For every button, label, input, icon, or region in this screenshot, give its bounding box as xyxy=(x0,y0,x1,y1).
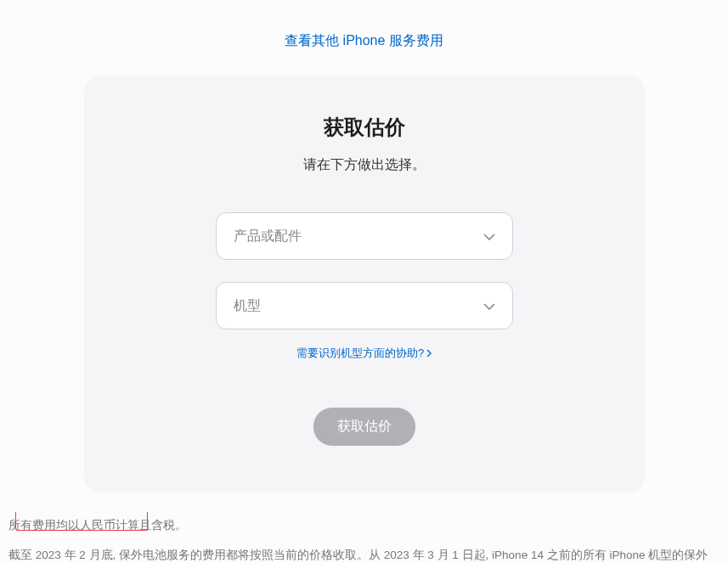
footer-line-2: 截至 2023 年 2 月底, 保外电池服务的费用都将按照当前的价格收取。从 2… xyxy=(8,543,720,563)
chevron-down-icon xyxy=(483,228,495,244)
model-select[interactable]: 机型 xyxy=(216,282,513,329)
model-select-placeholder: 机型 xyxy=(234,297,261,315)
product-select[interactable]: 产品或配件 xyxy=(216,212,513,260)
footer-line-1: 所有费用均以人民币计算且含税。 xyxy=(8,513,720,538)
top-link-wrapper: 查看其他 iPhone 服务费用 xyxy=(0,0,728,76)
model-select-wrapper: 机型 xyxy=(216,282,513,329)
get-estimate-button[interactable]: 获取估价 xyxy=(313,408,415,446)
help-link-label: 需要识别机型方面的协助? xyxy=(296,346,424,361)
product-select-wrapper: 产品或配件 xyxy=(216,212,513,260)
identify-model-help-link[interactable]: 需要识别机型方面的协助? xyxy=(296,346,432,361)
card-title: 获取估价 xyxy=(127,114,602,141)
chevron-down-icon xyxy=(483,298,495,313)
other-services-link[interactable]: 查看其他 iPhone 服务费用 xyxy=(285,33,443,48)
product-select-placeholder: 产品或配件 xyxy=(234,228,302,245)
estimate-card: 获取估价 请在下方做出选择。 产品或配件 机型 xyxy=(84,76,645,493)
card-subtitle: 请在下方做出选择。 xyxy=(127,156,602,174)
footer-text: 所有费用均以人民币计算且含税。 截至 2023 年 2 月底, 保外电池服务的费… xyxy=(0,493,728,563)
chevron-right-icon xyxy=(426,347,432,360)
help-link-wrapper: 需要识别机型方面的协助? xyxy=(127,345,602,361)
